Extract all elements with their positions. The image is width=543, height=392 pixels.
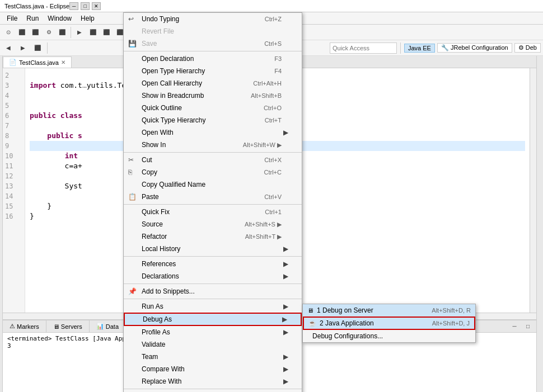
perspective-deb[interactable]: ⚙ Deb: [514, 43, 541, 53]
menu-declarations[interactable]: Declarations ▶: [124, 270, 302, 282]
submenu-debug-configs[interactable]: Debug Configurations...: [303, 330, 475, 342]
menu-show-in[interactable]: Show In Alt+Shift+W ▶: [124, 139, 302, 151]
restore-button[interactable]: □: [81, 2, 90, 10]
menu-undo-label: Undo Typing: [142, 15, 179, 23]
close-button[interactable]: ✕: [92, 2, 101, 10]
menu-open-call-hier[interactable]: Open Call Hierarchy Ctrl+Alt+H: [124, 77, 302, 89]
cut-icon: ✂: [128, 156, 134, 164]
bottom-tab-markers[interactable]: ⚠ Markers: [3, 320, 46, 333]
toolbar-btn-5[interactable]: ⬛: [56, 26, 68, 39]
submenu-debug-on-server[interactable]: 🖥 1 Debug on Server Alt+Shift+D, R: [303, 304, 475, 317]
toolbar-btn-4[interactable]: ⚙: [43, 26, 55, 39]
menu-profile-as[interactable]: Profile As ▶: [124, 326, 302, 338]
menu-source[interactable]: Source Alt+Shift+S ▶: [124, 218, 302, 230]
window-controls: ─ □ ✕: [69, 2, 101, 10]
menu-quick-outline[interactable]: Quick Outline Ctrl+O: [124, 102, 302, 114]
menu-sep-3: [124, 204, 302, 205]
menu-copy-qualified-label: Copy Qualified Name: [142, 181, 205, 188]
toolbar-btn-2[interactable]: ⬛: [16, 26, 28, 39]
toolbar-btn-6[interactable]: ▶: [73, 26, 86, 39]
menu-compare-with-label: Compare With: [142, 365, 185, 373]
menu-sep-4: [124, 256, 302, 257]
scrollbar-vertical[interactable]: [530, 68, 536, 313]
menu-show-breadcrumb[interactable]: Show in Breadcrumb Alt+Shift+B: [124, 89, 302, 102]
menu-cut[interactable]: ✂ Cut Ctrl+X: [124, 154, 302, 166]
menu-run-as[interactable]: Run As ▶: [124, 300, 302, 313]
window-title: TestClass.java - Eclipse: [4, 3, 69, 10]
help-menu[interactable]: Help: [76, 13, 99, 23]
quick-access-input[interactable]: [330, 42, 397, 54]
toolbar-sep-1: [71, 27, 71, 38]
menu-quick-fix[interactable]: Quick Fix Ctrl+1: [124, 206, 302, 218]
menu-copy[interactable]: ⎘ Copy Ctrl+C: [124, 166, 302, 178]
menu-quick-type-hier-label: Quick Type Hierarchy: [142, 116, 206, 124]
menu-debug-as-label: Debug As: [143, 315, 172, 323]
menu-show-in-shortcut: Alt+Shift+W ▶: [243, 141, 291, 149]
menu-open-call-hier-label: Open Call Hierarchy: [142, 79, 202, 87]
menu-quick-outline-label: Quick Outline: [142, 104, 182, 112]
menu-quick-fix-label: Quick Fix: [142, 208, 170, 216]
menu-team[interactable]: Team ▶: [124, 351, 302, 363]
submenu-debug-on-server-shortcut: Alt+Shift+D, R: [432, 307, 471, 314]
editor-tab-testclass[interactable]: 📄 TestClass.java ✕: [3, 56, 72, 68]
menu-local-history-arrow: ▶: [283, 245, 291, 253]
menu-replace-with[interactable]: Replace With ▶: [124, 375, 302, 388]
bottom-tab-servers[interactable]: 🖥 Servers: [46, 320, 90, 333]
toolbar-btn-1[interactable]: ⊙: [2, 26, 15, 39]
nav-arrow-btn[interactable]: ⬛: [31, 42, 44, 54]
tab-close-btn[interactable]: ✕: [61, 59, 65, 65]
perspective-jrebel[interactable]: 🔧 JRebel Configuration: [437, 43, 512, 53]
submenu-java-application[interactable]: ☕ 2 Java Application Alt+Shift+D, J: [303, 317, 475, 330]
menu-undo-shortcut: Ctrl+Z: [265, 16, 291, 22]
toolbar-btn-8[interactable]: ⬛: [100, 26, 113, 39]
run-menu[interactable]: Run: [22, 13, 43, 23]
menu-undo-typing[interactable]: ↩ Undo Typing Ctrl+Z: [124, 13, 302, 25]
menu-save[interactable]: 💾 Save Ctrl+S: [124, 37, 302, 50]
menu-source-label: Source: [142, 220, 163, 228]
file-menu[interactable]: File: [2, 13, 22, 23]
menu-save-label: Save: [142, 40, 157, 48]
menu-validate[interactable]: Validate: [124, 338, 302, 351]
menu-refactor[interactable]: Refactor Alt+Shift+T ▶: [124, 230, 302, 243]
server-debug-icon: 🖥: [307, 307, 313, 314]
menu-open-decl[interactable]: Open Declaration F3: [124, 53, 302, 65]
menu-references[interactable]: References ▶: [124, 258, 302, 270]
menu-cut-label: Cut: [142, 156, 152, 164]
menu-show-in-label: Show In: [142, 141, 166, 149]
menu-paste-label: Paste: [142, 193, 159, 201]
undo-icon: ↩: [128, 15, 134, 23]
servers-icon: 🖥: [53, 323, 59, 330]
menu-declarations-label: Declarations: [142, 272, 179, 280]
menu-open-with-label: Open With: [142, 129, 174, 136]
menu-compare-with[interactable]: Compare With ▶: [124, 363, 302, 375]
bottom-tab-data[interactable]: 📊 Data: [90, 320, 126, 333]
bottom-panel-minimize[interactable]: ─: [508, 320, 521, 333]
menu-open-decl-label: Open Declaration: [142, 55, 194, 63]
menu-sep-2: [124, 152, 302, 153]
menu-copy-label: Copy: [142, 168, 157, 176]
menu-open-type-hier[interactable]: Open Type Hierarchy F4: [124, 65, 302, 77]
nav-back-btn[interactable]: ◀: [2, 42, 15, 54]
menu-local-history[interactable]: Local History ▶: [124, 243, 302, 255]
bottom-panel-maximize[interactable]: □: [522, 320, 534, 333]
toolbar-btn-7[interactable]: ⬛: [87, 26, 99, 39]
menu-open-type-hier-label: Open Type Hierarchy: [142, 67, 205, 75]
minimize-button[interactable]: ─: [69, 2, 78, 10]
menu-quick-type-hier[interactable]: Quick Type Hierarchy Ctrl+T: [124, 114, 302, 126]
menu-revert-file[interactable]: Revert File: [124, 25, 302, 37]
menu-add-snippets-label: Add to Snippets...: [142, 287, 195, 295]
menu-add-snippets[interactable]: 📌 Add to Snippets...: [124, 285, 302, 297]
window-menu[interactable]: Window: [43, 13, 76, 23]
menu-sep-1: [124, 51, 302, 51]
menu-references-label: References: [142, 260, 176, 268]
menu-quick-type-hier-shortcut: Ctrl+T: [265, 117, 291, 124]
menu-debug-as[interactable]: Debug As ▶: [124, 313, 302, 326]
toolbar-btn-3[interactable]: ⬛: [29, 26, 41, 39]
menu-open-type-hier-shortcut: F4: [274, 68, 291, 74]
menu-copy-qualified[interactable]: Copy Qualified Name: [124, 178, 302, 191]
menu-paste[interactable]: 📋 Paste Ctrl+V: [124, 191, 302, 203]
perspective-java-ee[interactable]: Java EE: [404, 44, 435, 53]
menu-team-label: Team: [142, 353, 158, 361]
menu-open-with[interactable]: Open With ▶: [124, 126, 302, 139]
nav-fwd-btn[interactable]: ▶: [17, 42, 29, 54]
